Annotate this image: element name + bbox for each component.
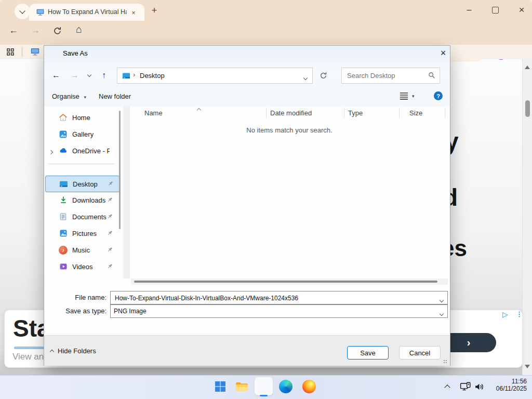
file-explorer-icon[interactable] <box>234 379 249 394</box>
sidebar-item-home[interactable]: Home <box>45 110 118 125</box>
file-name-dropdown-chevron-icon[interactable] <box>440 296 443 303</box>
expand-chevron-icon[interactable] <box>49 148 52 155</box>
cancel-button[interactable]: Cancel <box>399 346 441 360</box>
sidebar-label: Documents <box>72 213 107 221</box>
nav-up-button[interactable]: ↑ <box>97 69 111 82</box>
save-as-type-label: Save as type: <box>60 307 107 315</box>
sidebar-item-onedrive[interactable]: OneDrive - Pers <box>45 143 118 158</box>
browser-tab[interactable]: How To Expand A Virtual Hard D × <box>29 4 144 21</box>
page-scrollbar[interactable] <box>522 59 532 375</box>
sidebar-item-videos[interactable]: Videos <box>45 259 118 274</box>
view-list-icon[interactable] <box>400 92 408 102</box>
speaker-icon[interactable] <box>472 379 486 394</box>
screen: y d es Sta View an › ▷ ⋮ How To Expand A… <box>0 0 532 399</box>
pin-icon <box>107 180 114 187</box>
column-header-type[interactable]: Type <box>348 109 363 117</box>
browser-back-button[interactable]: ← <box>6 23 21 37</box>
organise-button[interactable]: Organise ▾ <box>52 92 86 100</box>
horizontal-scrollbar-thumb[interactable] <box>134 281 437 283</box>
start-button[interactable] <box>213 379 228 394</box>
ad-play-icon[interactable]: ▷ <box>502 310 508 318</box>
firefox-icon[interactable] <box>302 380 316 393</box>
new-folder-button[interactable]: New folder <box>99 92 131 100</box>
column-header-name[interactable]: Name <box>144 109 163 117</box>
horizontal-scrollbar-track[interactable] <box>131 278 448 285</box>
bookmarks-divider <box>22 47 22 57</box>
column-divider[interactable] <box>445 108 445 118</box>
site-favicon-monitor-icon <box>36 8 45 17</box>
hide-folders-button[interactable]: Hide Folders <box>50 347 96 355</box>
tab-close-icon[interactable]: × <box>129 8 138 17</box>
sidebar-label: Pictures <box>72 230 97 237</box>
sidebar-item-desktop[interactable]: Desktop <box>45 176 119 192</box>
column-divider[interactable] <box>399 108 400 118</box>
sidebar-item-music[interactable]: ♪ Music <box>45 242 118 258</box>
save-as-type-select[interactable]: PNG Image <box>110 304 448 318</box>
sidebar-item-documents[interactable]: Documents <box>45 209 118 224</box>
pin-icon <box>107 213 113 220</box>
sidebar-divider <box>48 164 115 164</box>
file-name-input[interactable] <box>114 293 433 303</box>
active-app-indicator <box>260 395 268 396</box>
save-as-dialog: Save As × ← → ↑ › Desktop Organise ▾ <box>44 46 450 365</box>
nav-back-button[interactable]: ← <box>49 69 63 82</box>
documents-icon <box>59 212 68 221</box>
window-restore-button[interactable] <box>492 7 499 14</box>
browser-home-button[interactable]: ⌂ <box>72 22 86 36</box>
ad-choices-dots-icon[interactable]: ⋮ <box>516 310 523 318</box>
clock-time: 11:56 <box>496 378 527 385</box>
save-button[interactable]: Save <box>347 346 389 360</box>
sidebar-item-downloads[interactable]: Downloads <box>45 192 118 208</box>
help-icon[interactable]: ? <box>434 91 443 100</box>
browser-tab-strip: How To Expand A Virtual Hard D × + – × <box>0 0 532 21</box>
scroll-up-icon[interactable] <box>525 65 530 69</box>
breadcrumb-dropdown-chevron-icon[interactable] <box>304 73 307 81</box>
breadcrumb-address-bar[interactable]: › Desktop <box>117 68 313 84</box>
file-name-label: File name: <box>60 294 107 301</box>
sidebar-label: Desktop <box>73 180 98 188</box>
file-name-combobox[interactable] <box>110 291 448 304</box>
new-tab-button[interactable]: + <box>149 5 160 16</box>
apps-grid-icon[interactable] <box>6 48 15 58</box>
sidebar-label: Music <box>72 246 90 254</box>
banner-subtext: View an <box>12 352 44 362</box>
window-minimize-button[interactable]: – <box>461 4 477 16</box>
sidebar-item-gallery[interactable]: Gallery <box>45 126 118 142</box>
search-box[interactable] <box>341 68 440 84</box>
browser-reload-icon[interactable] <box>50 23 64 38</box>
chevron-right-icon: › <box>467 337 471 349</box>
clock-date: 06/11/2025 <box>496 385 527 392</box>
save-as-type-dropdown-chevron-icon[interactable] <box>440 309 443 317</box>
column-divider[interactable] <box>344 108 344 118</box>
sidebar-item-pictures[interactable]: Pictures <box>45 225 118 241</box>
column-header-size[interactable]: Size <box>409 109 422 117</box>
pin-icon <box>107 246 113 253</box>
search-input[interactable] <box>346 70 426 81</box>
column-header-row: Name Date modified Type Size <box>131 107 448 119</box>
bookmark-favicon-monitor-icon[interactable] <box>30 47 40 59</box>
column-header-date-modified[interactable]: Date modified <box>270 109 312 117</box>
browser-forward-button[interactable]: → <box>28 23 43 37</box>
window-close-button[interactable]: × <box>514 4 529 16</box>
breadcrumb-location[interactable]: Desktop <box>140 72 165 79</box>
view-dropdown-chevron-icon[interactable]: ▾ <box>412 94 415 99</box>
nav-forward-button[interactable]: → <box>68 69 82 82</box>
scrollbar-thumb[interactable] <box>525 100 530 117</box>
downloads-icon <box>59 196 68 205</box>
tab-search-button[interactable] <box>15 4 30 19</box>
scroll-down-icon[interactable] <box>525 365 530 368</box>
refresh-button[interactable] <box>316 69 330 82</box>
nav-recent-chevron-icon[interactable] <box>84 69 95 82</box>
sidebar-scrollbar[interactable] <box>119 111 121 229</box>
dialog-title: Save As <box>63 49 88 57</box>
taskbar-clock[interactable]: 11:56 06/11/2025 <box>496 378 527 392</box>
pane-splitter[interactable] <box>123 107 130 278</box>
dialog-close-icon[interactable]: × <box>437 47 449 59</box>
resize-grip[interactable] <box>443 360 448 364</box>
chrome-taskbar-active-bg[interactable] <box>255 377 273 395</box>
network-icon[interactable] <box>458 379 473 394</box>
column-divider[interactable] <box>266 108 267 118</box>
tray-show-hidden-icons-chevron[interactable] <box>442 379 453 394</box>
pin-icon <box>107 196 113 203</box>
edge-icon[interactable] <box>279 380 292 393</box>
